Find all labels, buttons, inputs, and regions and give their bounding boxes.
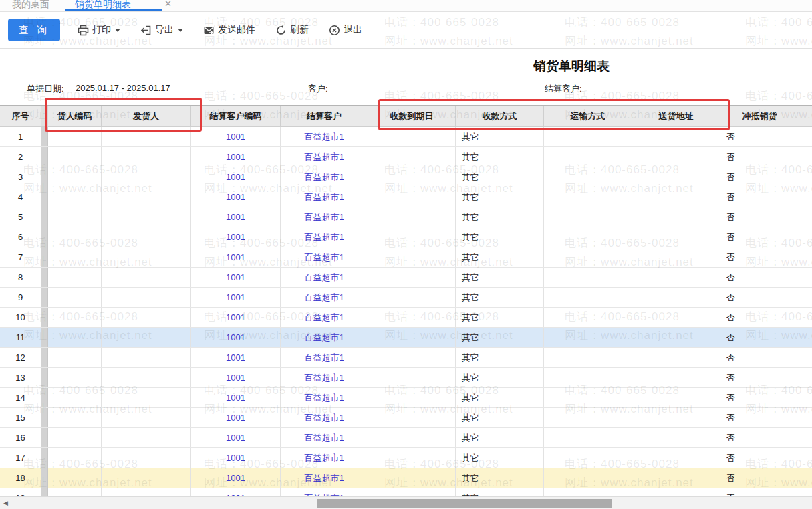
table-row[interactable]: 111001百益超市1其它否 bbox=[0, 328, 812, 348]
cell-offset[interactable]: 否 bbox=[720, 488, 799, 496]
cell-settle_code[interactable]: 1001 bbox=[191, 328, 281, 347]
table-row[interactable]: 11001百益超市1其它否 bbox=[0, 127, 812, 147]
cell-address[interactable] bbox=[632, 167, 720, 187]
cell-seq[interactable]: 8 bbox=[0, 268, 41, 287]
cell-settle_customer[interactable]: 百益超市1 bbox=[281, 167, 368, 187]
cell-offset[interactable]: 否 bbox=[720, 207, 799, 227]
cell-shipper_code[interactable] bbox=[48, 227, 102, 247]
cell-offset[interactable]: 否 bbox=[720, 328, 799, 347]
cell-address[interactable] bbox=[632, 428, 720, 447]
cell-offset[interactable]: 否 bbox=[720, 288, 799, 307]
cell-due_date[interactable] bbox=[368, 428, 456, 447]
export-button[interactable]: 导出 bbox=[140, 24, 183, 36]
refresh-button[interactable]: 刷新 bbox=[275, 24, 309, 36]
cell-due_date[interactable] bbox=[368, 127, 456, 146]
cell-transport[interactable] bbox=[544, 488, 632, 496]
cell-settle_code[interactable]: 1001 bbox=[191, 308, 281, 327]
print-button[interactable]: 打印 bbox=[78, 24, 120, 36]
horizontal-scrollbar[interactable]: ◀ bbox=[0, 496, 812, 509]
cell-shipper_code[interactable] bbox=[48, 127, 102, 146]
cell-shipper_code[interactable] bbox=[48, 428, 102, 447]
cell-shipper_code[interactable] bbox=[48, 187, 102, 207]
cell-address[interactable] bbox=[632, 468, 720, 488]
table-row[interactable]: 31001百益超市1其它否 bbox=[0, 167, 812, 187]
cell-offset[interactable]: 否 bbox=[720, 388, 799, 407]
cell-seq[interactable]: 16 bbox=[0, 428, 41, 447]
cell-payment[interactable]: 其它 bbox=[456, 247, 544, 267]
cell-seq[interactable]: 12 bbox=[0, 348, 41, 367]
cell-shipper_code[interactable] bbox=[48, 207, 102, 227]
cell-address[interactable] bbox=[632, 247, 720, 267]
cell-seq[interactable]: 13 bbox=[0, 368, 41, 387]
cell-address[interactable] bbox=[632, 147, 720, 167]
cell-due_date[interactable] bbox=[368, 368, 456, 387]
send-mail-button[interactable]: 发送邮件 bbox=[203, 24, 255, 36]
cell-settle_customer[interactable]: 百益超市1 bbox=[281, 187, 368, 207]
cell-transport[interactable] bbox=[544, 448, 632, 468]
tab-close-icon[interactable]: ✕ bbox=[164, 0, 172, 9]
cell-shipper[interactable] bbox=[102, 167, 191, 187]
cell-transport[interactable] bbox=[544, 348, 632, 367]
cell-shipper[interactable] bbox=[102, 428, 191, 447]
cell-offset[interactable]: 否 bbox=[720, 187, 799, 207]
cell-due_date[interactable] bbox=[368, 207, 456, 227]
cell-transport[interactable] bbox=[544, 247, 632, 267]
cell-seq[interactable]: 17 bbox=[0, 448, 41, 468]
cell-payment[interactable]: 其它 bbox=[456, 207, 544, 227]
cell-settle_customer[interactable]: 百益超市1 bbox=[281, 388, 368, 407]
cell-seq[interactable]: 11 bbox=[0, 328, 41, 347]
cell-transport[interactable] bbox=[544, 167, 632, 187]
cell-shipper[interactable] bbox=[102, 468, 191, 488]
table-row[interactable]: 181001百益超市1其它否 bbox=[0, 468, 812, 488]
cell-address[interactable] bbox=[632, 227, 720, 247]
cell-offset[interactable]: 否 bbox=[720, 448, 799, 468]
cell-transport[interactable] bbox=[544, 268, 632, 287]
column-header-transport[interactable]: 运输方式 bbox=[544, 106, 632, 126]
cell-shipper[interactable] bbox=[102, 127, 191, 146]
cell-shipper_code[interactable] bbox=[48, 328, 102, 347]
cell-settle_code[interactable]: 1001 bbox=[191, 187, 281, 207]
cell-shipper[interactable] bbox=[102, 388, 191, 407]
cell-transport[interactable] bbox=[544, 288, 632, 307]
cell-payment[interactable]: 其它 bbox=[456, 227, 544, 247]
cell-settle_code[interactable]: 1001 bbox=[191, 247, 281, 267]
cell-due_date[interactable] bbox=[368, 388, 456, 407]
table-row[interactable]: 131001百益超市1其它否 bbox=[0, 368, 812, 388]
cell-seq[interactable]: 2 bbox=[0, 147, 41, 167]
cell-transport[interactable] bbox=[544, 408, 632, 427]
cell-shipper_code[interactable] bbox=[48, 448, 102, 468]
cell-settle_customer[interactable]: 百益超市1 bbox=[281, 227, 368, 247]
cell-seq[interactable]: 4 bbox=[0, 187, 41, 207]
cell-settle_code[interactable]: 1001 bbox=[191, 368, 281, 387]
cell-payment[interactable]: 其它 bbox=[456, 448, 544, 468]
cell-due_date[interactable] bbox=[368, 147, 456, 167]
cell-payment[interactable]: 其它 bbox=[456, 187, 544, 207]
cell-settle_code[interactable]: 1001 bbox=[191, 488, 281, 496]
cell-transport[interactable] bbox=[544, 147, 632, 167]
column-header-due_date[interactable]: 收款到期日 bbox=[368, 106, 456, 126]
cell-seq[interactable]: 14 bbox=[0, 388, 41, 407]
cell-address[interactable] bbox=[632, 268, 720, 287]
cell-address[interactable] bbox=[632, 127, 720, 146]
scrollbar-thumb[interactable] bbox=[317, 499, 612, 508]
cell-transport[interactable] bbox=[544, 207, 632, 227]
column-header-shipper[interactable]: 发货人 bbox=[102, 106, 191, 126]
cell-shipper_code[interactable] bbox=[48, 368, 102, 387]
cell-due_date[interactable] bbox=[368, 408, 456, 427]
cell-due_date[interactable] bbox=[368, 328, 456, 347]
table-row[interactable]: 61001百益超市1其它否 bbox=[0, 227, 812, 247]
cell-seq[interactable]: 5 bbox=[0, 207, 41, 227]
cell-offset[interactable]: 否 bbox=[720, 167, 799, 187]
table-row[interactable]: 141001百益超市1其它否 bbox=[0, 388, 812, 408]
table-row[interactable]: 191001百益超市1其它否 bbox=[0, 488, 812, 496]
cell-settle_customer[interactable]: 百益超市1 bbox=[281, 408, 368, 427]
column-header-shipper_code[interactable]: 货人编码 bbox=[48, 106, 102, 126]
cell-transport[interactable] bbox=[544, 328, 632, 347]
cell-shipper[interactable] bbox=[102, 207, 191, 227]
cell-shipper_code[interactable] bbox=[48, 147, 102, 167]
cell-shipper[interactable] bbox=[102, 288, 191, 307]
cell-transport[interactable] bbox=[544, 227, 632, 247]
cell-offset[interactable]: 否 bbox=[720, 468, 799, 488]
cell-offset[interactable]: 否 bbox=[720, 127, 799, 146]
cell-due_date[interactable] bbox=[368, 247, 456, 267]
